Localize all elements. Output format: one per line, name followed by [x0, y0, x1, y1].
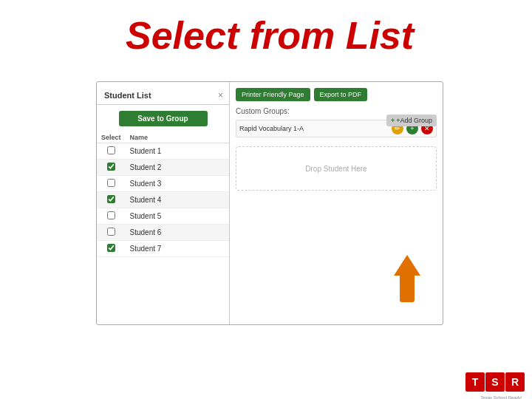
arrow-shaft: [400, 276, 415, 302]
student-name: Student 4: [126, 192, 229, 208]
tsr-t-box: T: [466, 372, 485, 392]
student-name: Student 6: [126, 225, 229, 241]
student-checkbox[interactable]: [107, 163, 115, 171]
top-buttons: Printer Friendly Page Export to PDF: [236, 88, 437, 101]
student-checkbox[interactable]: [107, 146, 115, 154]
name-col-header: Name: [126, 132, 229, 143]
tsr-r-box: R: [505, 372, 525, 392]
student-checkbox[interactable]: [107, 228, 115, 236]
tsr-logo: T S R: [466, 372, 525, 392]
drop-zone[interactable]: Drop Student Here: [236, 146, 437, 191]
student-name: Student 5: [126, 208, 229, 225]
table-row: Student 1: [97, 143, 229, 160]
student-table: Select Name Student 1Student 2Student 3S…: [97, 132, 229, 257]
group-name: Rapid Vocabulary 1-A: [239, 125, 389, 132]
close-button[interactable]: ×: [218, 91, 223, 100]
right-panel: Printer Friendly Page Export to PDF Cust…: [230, 82, 443, 324]
table-row: Student 2: [97, 160, 229, 176]
add-group-label: +Add Group: [396, 117, 432, 124]
add-group-button[interactable]: + +Add Group: [386, 115, 437, 126]
student-name: Student 2: [126, 160, 229, 176]
page-title: Select from List: [126, 13, 414, 58]
student-name: Student 7: [126, 241, 229, 257]
student-name: Student 3: [126, 176, 229, 192]
save-to-group-button[interactable]: Save to Group: [119, 111, 208, 126]
tsr-s-box: S: [485, 372, 505, 392]
tsr-tagline: Texas School Ready!: [471, 395, 532, 399]
student-name: Student 1: [126, 143, 229, 160]
table-row: Student 7: [97, 241, 229, 257]
table-row: Student 5: [97, 208, 229, 225]
student-checkbox[interactable]: [107, 195, 115, 203]
student-checkbox[interactable]: [107, 211, 115, 219]
select-col-header: Select: [97, 132, 126, 143]
printer-friendly-button[interactable]: Printer Friendly Page: [236, 88, 310, 101]
table-row: Student 3: [97, 176, 229, 192]
table-row: Student 4: [97, 192, 229, 208]
student-checkbox[interactable]: [107, 179, 115, 187]
content-box: Student List × Save to Group Select Name…: [96, 81, 443, 325]
student-checkbox[interactable]: [107, 244, 115, 252]
export-pdf-button[interactable]: Export to PDF: [314, 88, 368, 101]
arrow-head: [394, 255, 420, 276]
student-list-panel: Student List × Save to Group Select Name…: [97, 82, 230, 324]
arrow-graphic: [394, 255, 420, 302]
panel-title: Student List: [104, 91, 151, 100]
add-group-plus-icon: +: [391, 117, 395, 124]
panel-header: Student List ×: [97, 88, 229, 105]
table-row: Student 6: [97, 225, 229, 241]
